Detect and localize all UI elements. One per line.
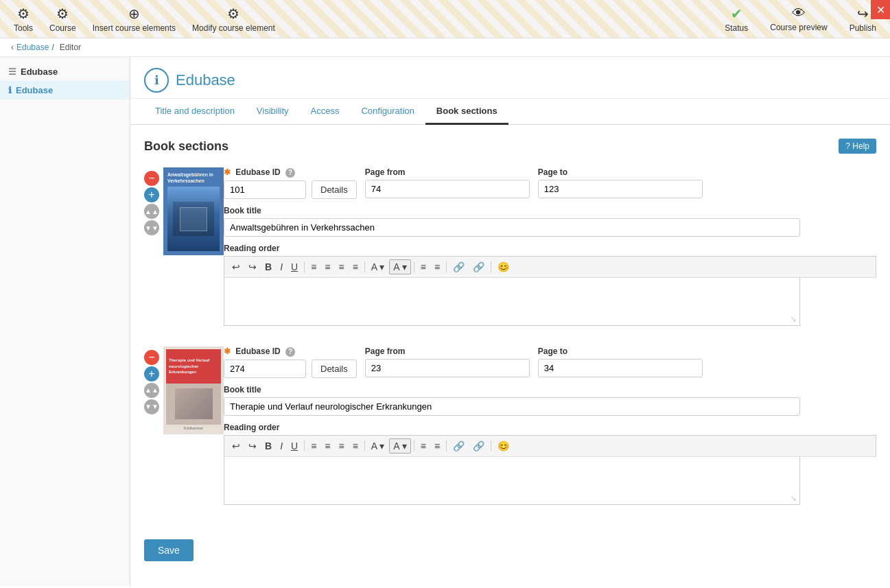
align-left-btn-1[interactable]: ≡ — [307, 260, 320, 274]
font-color-btn-2[interactable]: A ▾ — [368, 439, 388, 453]
align-right-btn-1[interactable]: ≡ — [335, 260, 347, 274]
tools-button[interactable]: ⚙ Tools — [5, 3, 41, 36]
course-label: Course — [49, 23, 76, 33]
field-book-title-1: Book title — [224, 206, 876, 237]
bold-btn-1[interactable]: B — [261, 260, 275, 274]
publish-button[interactable]: ↪ Publish — [841, 3, 885, 36]
underline-btn-1[interactable]: U — [288, 260, 301, 274]
emoji-btn-2[interactable]: 😊 — [494, 439, 513, 453]
sidebar: ☰ Edubase ℹ Edubase — [0, 57, 130, 586]
align-center-btn-1[interactable]: ≡ — [321, 260, 333, 274]
field-page-from-1: Page from — [365, 167, 530, 198]
breadcrumb-editor: Editor — [60, 43, 81, 52]
page-header: ℹ Edubase — [130, 57, 890, 99]
breadcrumb-sep: / — [51, 43, 54, 52]
page-from-input-1[interactable] — [365, 180, 530, 198]
tab-book-sections[interactable]: Book sections — [425, 99, 508, 125]
tab-title-description[interactable]: Title and description — [144, 99, 246, 125]
status-button[interactable]: ✔ Status — [716, 3, 756, 36]
undo-btn-2[interactable]: ↩ — [229, 439, 244, 453]
underline-btn-2[interactable]: U — [288, 439, 301, 453]
unlink-btn-2[interactable]: 🔗 — [469, 439, 488, 453]
page-to-input-1[interactable] — [538, 180, 703, 198]
align-left-btn-2[interactable]: ≡ — [307, 439, 320, 453]
page-header-icon: ℹ — [144, 68, 169, 93]
book-controls-2: − + ▲▲ ▼▼ — [144, 346, 159, 415]
save-button[interactable]: Save — [144, 539, 194, 561]
redo-btn-1[interactable]: ↪ — [245, 260, 260, 274]
book-title-input-1[interactable] — [224, 218, 800, 237]
book-form-2: ✱ Edubase ID ? Details Page from — [224, 346, 876, 505]
link-btn-2[interactable]: 🔗 — [449, 439, 468, 453]
add-button-1[interactable]: + — [144, 187, 159, 202]
align-center-btn-2[interactable]: ≡ — [321, 439, 333, 453]
sidebar-item-icon: ℹ — [8, 85, 12, 95]
sidebar-item-edubase[interactable]: ℹ Edubase — [0, 81, 130, 99]
tab-configuration[interactable]: Configuration — [350, 99, 425, 125]
edubase-id-help-icon-2[interactable]: ? — [285, 347, 295, 357]
course-icon: ⚙ — [56, 5, 69, 22]
redo-btn-2[interactable]: ↪ — [245, 439, 260, 453]
edubase-id-input-2[interactable] — [224, 360, 306, 378]
field-reading-order-2: Reading order ↩ ↪ B I U ≡ ≡ ≡ ≡ — [224, 423, 876, 505]
main-layout: ☰ Edubase ℹ Edubase ℹ Edubase Title and … — [0, 57, 890, 586]
bullet-list-btn-2[interactable]: ≡ — [417, 439, 430, 453]
details-button-2[interactable]: Details — [312, 360, 357, 378]
remove-button-2[interactable]: − — [144, 350, 159, 365]
reading-order-editor-2[interactable] — [224, 457, 800, 505]
book-title-input-2[interactable] — [224, 397, 800, 416]
down-button-2[interactable]: ▼▼ — [144, 399, 159, 414]
align-right-btn-2[interactable]: ≡ — [335, 439, 347, 453]
tools-icon: ⚙ — [17, 5, 30, 22]
breadcrumb: ‹ Edubase / Editor — [0, 38, 890, 57]
italic-btn-1[interactable]: I — [277, 260, 286, 274]
page-to-label-2: Page to — [538, 346, 703, 356]
remove-button-1[interactable]: − — [144, 171, 159, 186]
preview-button[interactable]: 👁 Course preview — [762, 3, 835, 35]
field-page-to-2: Page to — [538, 346, 703, 377]
number-list-btn-1[interactable]: ≡ — [431, 260, 443, 274]
page-to-input-2[interactable] — [538, 359, 703, 377]
insert-label: Insert course elements — [93, 23, 176, 33]
bullet-list-btn-1[interactable]: ≡ — [417, 260, 430, 274]
insert-button[interactable]: ⊕ Insert course elements — [84, 3, 184, 36]
insert-icon: ⊕ — [128, 5, 140, 22]
edubase-id-help-icon-1[interactable]: ? — [285, 168, 295, 178]
bold-btn-2[interactable]: B — [261, 439, 275, 453]
modify-icon: ⚙ — [227, 5, 239, 22]
breadcrumb-edubase[interactable]: Edubase — [16, 43, 49, 52]
highlight-btn-2[interactable]: A ▾ — [389, 438, 410, 454]
course-button[interactable]: ⚙ Course — [41, 3, 84, 36]
emoji-btn-1[interactable]: 😊 — [494, 260, 513, 274]
edubase-id-input-1[interactable] — [224, 180, 306, 199]
add-button-2[interactable]: + — [144, 366, 159, 381]
link-btn-1[interactable]: 🔗 — [449, 260, 468, 274]
justify-btn-1[interactable]: ≡ — [349, 260, 362, 274]
reading-order-label-1: Reading order — [224, 244, 876, 253]
reading-order-editor-1[interactable] — [224, 278, 800, 326]
up-button-1[interactable]: ▲▲ — [144, 204, 159, 219]
field-edubase-id-1: ✱ Edubase ID ? Details — [224, 167, 357, 199]
breadcrumb-back-icon[interactable]: ‹ — [11, 43, 14, 52]
tab-visibility[interactable]: Visibility — [246, 99, 300, 125]
down-button-1[interactable]: ▼▼ — [144, 220, 159, 235]
unlink-btn-1[interactable]: 🔗 — [469, 260, 488, 274]
modify-label: Modify course element — [192, 23, 275, 33]
justify-btn-2[interactable]: ≡ — [349, 439, 362, 453]
tab-bar: Title and description Visibility Access … — [130, 99, 890, 125]
details-button-1[interactable]: Details — [312, 180, 357, 199]
font-color-btn-1[interactable]: A ▾ — [368, 260, 388, 274]
up-button-2[interactable]: ▲▲ — [144, 383, 159, 398]
sidebar-header: ☰ Edubase — [0, 62, 130, 81]
modify-button[interactable]: ⚙ Modify course element — [184, 3, 283, 36]
undo-btn-1[interactable]: ↩ — [229, 260, 244, 274]
tab-access[interactable]: Access — [300, 99, 351, 125]
italic-btn-2[interactable]: I — [277, 439, 286, 453]
help-button[interactable]: ? Help — [839, 139, 876, 154]
number-list-btn-2[interactable]: ≡ — [431, 439, 443, 453]
page-from-input-2[interactable] — [365, 359, 530, 377]
highlight-btn-1[interactable]: A ▾ — [389, 259, 410, 274]
sidebar-header-icon: ☰ — [8, 67, 16, 77]
book-entry-1: − + ▲▲ ▼▼ Anwaltsgebühren in Verkehrssac… — [144, 167, 876, 326]
sidebar-header-label: Edubase — [21, 67, 58, 77]
